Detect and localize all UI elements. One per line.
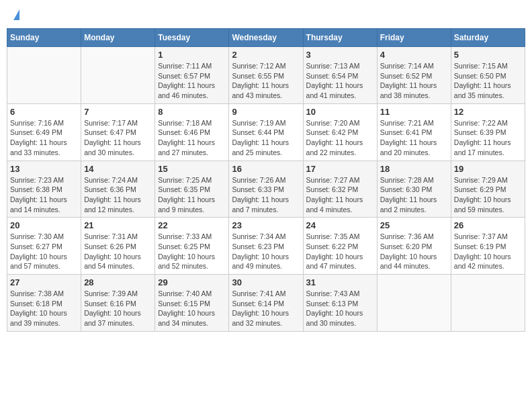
calendar-cell: 17Sunrise: 7:27 AM Sunset: 6:32 PM Dayli… xyxy=(303,161,377,218)
day-number: 2 xyxy=(232,50,300,60)
calendar-header: SundayMondayTuesdayWednesdayThursdayFrid… xyxy=(7,29,525,47)
calendar-cell: 12Sunrise: 7:22 AM Sunset: 6:39 PM Dayli… xyxy=(451,103,525,161)
calendar-cell: 21Sunrise: 7:31 AM Sunset: 6:26 PM Dayli… xyxy=(81,218,155,275)
day-number: 6 xyxy=(10,107,78,117)
calendar-cell: 22Sunrise: 7:33 AM Sunset: 6:25 PM Dayli… xyxy=(155,218,229,275)
day-info: Sunrise: 7:22 AM Sunset: 6:39 PM Dayligh… xyxy=(454,118,522,158)
calendar-cell: 16Sunrise: 7:26 AM Sunset: 6:33 PM Dayli… xyxy=(229,161,303,218)
calendar-cell: 31Sunrise: 7:43 AM Sunset: 6:13 PM Dayli… xyxy=(303,275,377,332)
day-number: 18 xyxy=(380,164,448,174)
calendar-cell: 26Sunrise: 7:37 AM Sunset: 6:19 PM Dayli… xyxy=(451,218,525,275)
day-number: 12 xyxy=(454,107,522,117)
logo xyxy=(12,9,19,20)
day-info: Sunrise: 7:23 AM Sunset: 6:38 PM Dayligh… xyxy=(10,175,78,215)
day-number: 11 xyxy=(380,107,448,117)
day-number: 5 xyxy=(454,50,522,60)
day-number: 17 xyxy=(306,164,374,174)
day-number: 29 xyxy=(158,277,226,287)
day-number: 7 xyxy=(84,107,152,117)
day-info: Sunrise: 7:17 AM Sunset: 6:47 PM Dayligh… xyxy=(84,118,152,158)
day-number: 30 xyxy=(232,277,300,287)
day-info: Sunrise: 7:24 AM Sunset: 6:36 PM Dayligh… xyxy=(84,175,152,215)
weekday-header-tuesday: Tuesday xyxy=(155,29,229,47)
day-info: Sunrise: 7:38 AM Sunset: 6:18 PM Dayligh… xyxy=(10,289,78,328)
day-number: 10 xyxy=(306,107,374,117)
day-info: Sunrise: 7:33 AM Sunset: 6:25 PM Dayligh… xyxy=(158,232,226,271)
calendar-cell: 2Sunrise: 7:12 AM Sunset: 6:55 PM Daylig… xyxy=(229,47,303,104)
calendar-cell: 3Sunrise: 7:13 AM Sunset: 6:54 PM Daylig… xyxy=(303,47,377,104)
day-number: 23 xyxy=(232,220,300,230)
calendar-cell: 6Sunrise: 7:16 AM Sunset: 6:49 PM Daylig… xyxy=(7,103,81,161)
calendar-cell xyxy=(377,275,451,332)
day-info: Sunrise: 7:43 AM Sunset: 6:13 PM Dayligh… xyxy=(306,289,374,328)
day-info: Sunrise: 7:16 AM Sunset: 6:49 PM Dayligh… xyxy=(10,118,78,158)
day-info: Sunrise: 7:26 AM Sunset: 6:33 PM Dayligh… xyxy=(232,175,300,215)
calendar-cell: 23Sunrise: 7:34 AM Sunset: 6:23 PM Dayli… xyxy=(229,218,303,275)
day-info: Sunrise: 7:14 AM Sunset: 6:52 PM Dayligh… xyxy=(380,61,448,101)
day-info: Sunrise: 7:36 AM Sunset: 6:20 PM Dayligh… xyxy=(380,232,448,271)
day-number: 15 xyxy=(158,164,226,174)
day-info: Sunrise: 7:40 AM Sunset: 6:15 PM Dayligh… xyxy=(158,289,226,328)
day-info: Sunrise: 7:13 AM Sunset: 6:54 PM Dayligh… xyxy=(306,61,374,101)
calendar-cell xyxy=(7,47,81,104)
weekday-header-wednesday: Wednesday xyxy=(229,29,303,47)
day-info: Sunrise: 7:12 AM Sunset: 6:55 PM Dayligh… xyxy=(232,61,300,101)
day-number: 1 xyxy=(158,50,226,60)
calendar-cell: 5Sunrise: 7:15 AM Sunset: 6:50 PM Daylig… xyxy=(451,47,525,104)
weekday-header-sunday: Sunday xyxy=(7,29,81,47)
calendar-cell: 28Sunrise: 7:39 AM Sunset: 6:16 PM Dayli… xyxy=(81,275,155,332)
calendar-cell: 25Sunrise: 7:36 AM Sunset: 6:20 PM Dayli… xyxy=(377,218,451,275)
calendar-cell: 10Sunrise: 7:20 AM Sunset: 6:42 PM Dayli… xyxy=(303,103,377,161)
calendar-cell: 24Sunrise: 7:35 AM Sunset: 6:22 PM Dayli… xyxy=(303,218,377,275)
day-info: Sunrise: 7:19 AM Sunset: 6:44 PM Dayligh… xyxy=(232,118,300,158)
day-info: Sunrise: 7:31 AM Sunset: 6:26 PM Dayligh… xyxy=(84,232,152,271)
weekday-header-saturday: Saturday xyxy=(451,29,525,47)
day-info: Sunrise: 7:27 AM Sunset: 6:32 PM Dayligh… xyxy=(306,175,374,215)
calendar-cell: 19Sunrise: 7:29 AM Sunset: 6:29 PM Dayli… xyxy=(451,161,525,218)
day-number: 9 xyxy=(232,107,300,117)
day-info: Sunrise: 7:41 AM Sunset: 6:14 PM Dayligh… xyxy=(232,289,300,328)
day-info: Sunrise: 7:29 AM Sunset: 6:29 PM Dayligh… xyxy=(454,175,522,215)
calendar-cell: 20Sunrise: 7:30 AM Sunset: 6:27 PM Dayli… xyxy=(7,218,81,275)
day-number: 16 xyxy=(232,164,300,174)
day-number: 28 xyxy=(84,277,152,287)
day-info: Sunrise: 7:15 AM Sunset: 6:50 PM Dayligh… xyxy=(454,61,522,101)
calendar-cell: 18Sunrise: 7:28 AM Sunset: 6:30 PM Dayli… xyxy=(377,161,451,218)
day-info: Sunrise: 7:37 AM Sunset: 6:19 PM Dayligh… xyxy=(454,232,522,271)
day-number: 14 xyxy=(84,164,152,174)
calendar-cell: 4Sunrise: 7:14 AM Sunset: 6:52 PM Daylig… xyxy=(377,47,451,104)
calendar-cell: 14Sunrise: 7:24 AM Sunset: 6:36 PM Dayli… xyxy=(81,161,155,218)
day-number: 22 xyxy=(158,220,226,230)
day-number: 31 xyxy=(306,277,374,287)
calendar-table: SundayMondayTuesdayWednesdayThursdayFrid… xyxy=(7,28,525,332)
calendar-cell: 13Sunrise: 7:23 AM Sunset: 6:38 PM Dayli… xyxy=(7,161,81,218)
day-info: Sunrise: 7:35 AM Sunset: 6:22 PM Dayligh… xyxy=(306,232,374,271)
calendar-cell: 27Sunrise: 7:38 AM Sunset: 6:18 PM Dayli… xyxy=(7,275,81,332)
calendar-cell xyxy=(451,275,525,332)
day-number: 3 xyxy=(306,50,374,60)
calendar-cell: 15Sunrise: 7:25 AM Sunset: 6:35 PM Dayli… xyxy=(155,161,229,218)
day-info: Sunrise: 7:25 AM Sunset: 6:35 PM Dayligh… xyxy=(158,175,226,215)
day-number: 13 xyxy=(10,164,78,174)
calendar-cell: 9Sunrise: 7:19 AM Sunset: 6:44 PM Daylig… xyxy=(229,103,303,161)
calendar-cell: 29Sunrise: 7:40 AM Sunset: 6:15 PM Dayli… xyxy=(155,275,229,332)
day-info: Sunrise: 7:34 AM Sunset: 6:23 PM Dayligh… xyxy=(232,232,300,271)
day-info: Sunrise: 7:28 AM Sunset: 6:30 PM Dayligh… xyxy=(380,175,448,215)
weekday-header-monday: Monday xyxy=(81,29,155,47)
day-number: 24 xyxy=(306,220,374,230)
day-info: Sunrise: 7:30 AM Sunset: 6:27 PM Dayligh… xyxy=(10,232,78,271)
calendar-cell: 7Sunrise: 7:17 AM Sunset: 6:47 PM Daylig… xyxy=(81,103,155,161)
day-number: 19 xyxy=(454,164,522,174)
day-info: Sunrise: 7:18 AM Sunset: 6:46 PM Dayligh… xyxy=(158,118,226,158)
day-info: Sunrise: 7:21 AM Sunset: 6:41 PM Dayligh… xyxy=(380,118,448,158)
weekday-header-thursday: Thursday xyxy=(303,29,377,47)
weekday-header-friday: Friday xyxy=(377,29,451,47)
calendar-cell: 11Sunrise: 7:21 AM Sunset: 6:41 PM Dayli… xyxy=(377,103,451,161)
calendar-cell xyxy=(81,47,155,104)
day-number: 27 xyxy=(10,277,78,287)
page-header xyxy=(7,7,525,23)
day-number: 25 xyxy=(380,220,448,230)
calendar-cell: 8Sunrise: 7:18 AM Sunset: 6:46 PM Daylig… xyxy=(155,103,229,161)
calendar-cell: 30Sunrise: 7:41 AM Sunset: 6:14 PM Dayli… xyxy=(229,275,303,332)
day-info: Sunrise: 7:11 AM Sunset: 6:57 PM Dayligh… xyxy=(158,61,226,101)
